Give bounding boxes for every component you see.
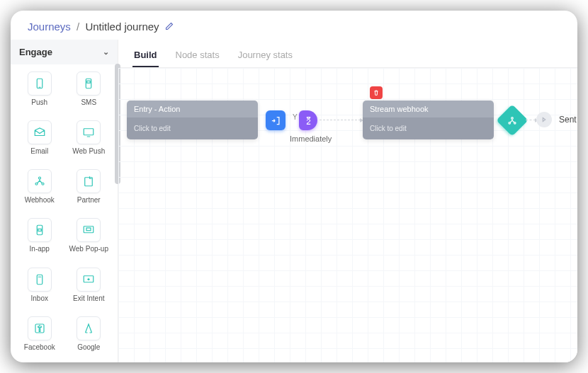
connector-arrow [320,120,361,120]
sidebar-section-engage[interactable]: Engage ⌄ [11,40,118,64]
palette-item-inapp[interactable]: In-app [16,215,63,260]
palette-item-email[interactable]: Email [16,117,63,162]
tab-build[interactable]: Build [132,44,159,67]
tab-node-stats[interactable]: Node stats [174,44,221,67]
webhook-node-icon[interactable] [496,104,528,136]
node-body: Click to edit [127,117,258,139]
partner-icon [77,169,101,193]
palette-label: Web Pop-up [69,245,108,253]
breadcrumb-separator: / [77,21,79,33]
web-popup-icon [77,218,101,242]
palette-label: Email [30,147,48,156]
node-entry-action[interactable]: Entry - Action Click to edit [127,101,258,139]
palette-item-partner[interactable]: Partner [66,166,113,211]
connector-arrow [526,120,536,120]
palette-item-exit-intent[interactable]: Exit Intent [66,265,113,309]
node-stream-webhook[interactable]: Stream webhook Click to edit [363,101,494,139]
svg-rect-3 [87,81,91,83]
palette-label: Push [31,98,47,107]
palette-item-push[interactable]: Push [16,69,63,113]
palette: Push SMS Email [11,64,118,362]
palette-label: Partner [77,196,101,205]
journey-canvas[interactable]: Entry - Action Click to edit Y Immediate… [118,68,577,362]
inapp-icon [28,218,52,242]
palette-item-webhook[interactable]: Webhook [16,166,63,211]
tabs: Build Node stats Journey stats [118,40,577,68]
breadcrumb-current: Untitled journey [85,21,159,33]
delete-node-icon[interactable] [370,86,383,99]
chevron-down-icon: ⌄ [103,47,109,57]
palette-label: In-app [30,245,50,253]
svg-point-18 [511,117,514,119]
breadcrumb-link-journeys[interactable]: Journeys [28,21,71,33]
palette-label: Web Push [72,147,105,156]
google-icon [77,316,101,340]
edit-title-icon[interactable] [165,22,174,30]
palette-item-google[interactable]: Google [66,314,113,358]
sidebar-section-label: Engage [19,47,52,57]
node-title: Stream webhook [363,101,494,117]
terminal-label: Sent [559,115,577,125]
svg-rect-2 [86,79,92,88]
terminal-node-icon[interactable] [536,112,552,127]
email-icon [28,120,52,144]
palette-label: Exit Intent [73,294,104,303]
palette-label: Inbox [31,294,48,303]
svg-rect-4 [84,129,94,135]
facebook-icon [28,316,52,340]
exit-intent-icon [77,268,101,292]
sms-icon [77,71,101,96]
push-icon [28,71,52,96]
palette-label: Facebook [24,343,55,352]
branch-y-label: Y [293,113,298,121]
palette-item-inbox[interactable]: Inbox [16,265,63,309]
palette-item-sms[interactable]: SMS [66,69,113,113]
svg-point-6 [38,177,40,179]
palette-label: Google [77,343,100,352]
svg-rect-13 [86,228,91,231]
tab-journey-stats[interactable]: Journey stats [237,44,294,67]
palette-item-web-push[interactable]: Web Push [66,117,113,162]
wait-label: Immediately [290,134,332,143]
breadcrumb: Journeys / Untitled journey [11,11,577,40]
palette-item-facebook[interactable]: Facebook [16,314,63,358]
node-title: Entry - Action [127,101,258,117]
svg-rect-11 [38,229,42,231]
sidebar: Engage ⌄ Push SMS [11,40,118,362]
palette-item-web-popup[interactable]: Web Pop-up [66,215,113,260]
entry-action-icon[interactable] [266,110,285,130]
node-body: Click to edit [363,117,494,139]
palette-label: Webhook [25,196,55,205]
svg-rect-14 [37,275,43,285]
inbox-icon [28,268,52,292]
wait-icon[interactable] [299,110,317,130]
web-push-icon [77,120,101,144]
svg-rect-12 [84,226,94,233]
palette-label: SMS [81,98,96,107]
webhook-icon [28,169,52,193]
